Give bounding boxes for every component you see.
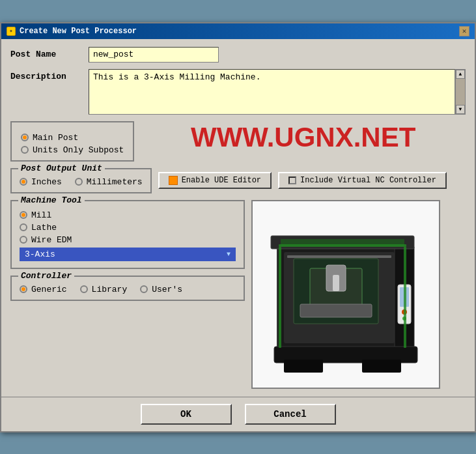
wire-edm-row[interactable]: Wire EDM (20, 235, 236, 245)
unit-options: Inches Millimeters (20, 175, 143, 187)
mill-radio[interactable] (20, 211, 27, 219)
generic-row[interactable]: Generic (20, 285, 67, 294)
inches-label: Inches (31, 177, 62, 187)
svg-rect-15 (284, 360, 323, 373)
users-row[interactable]: User's (140, 285, 182, 294)
post-type-group: Main Post Units Only Subpost (21, 130, 124, 155)
controller-options: Generic Library User's (20, 282, 236, 294)
description-wrapper: This is a 3-Axis Milling Machine. ▲ ▼ (89, 69, 466, 115)
machine-image-panel (251, 200, 440, 389)
scroll-track (456, 79, 465, 105)
window-body: Post Name Description This is a 3-Axis M… (1, 39, 475, 397)
title-bar: ✦ Create New Post Processor ✕ (1, 23, 475, 39)
users-label: User's (152, 285, 182, 294)
cancel-button[interactable]: Cancel (245, 404, 336, 425)
left-panel: Machine Tool Mill Lathe Wire EDM (10, 200, 245, 389)
top-area: Main Post Units Only Subpost WWW.UGNX.NE… (10, 121, 466, 162)
scroll-down-btn[interactable]: ▼ (456, 105, 465, 114)
main-window: ✦ Create New Post Processor ✕ Post Name … (0, 22, 476, 433)
axis-label: 3-Axis (25, 249, 55, 259)
main-post-row[interactable]: Main Post (21, 133, 124, 143)
library-row[interactable]: Library (80, 285, 128, 294)
post-name-label: Post Name (10, 47, 82, 59)
controller-title: Controller (18, 271, 74, 281)
wire-edm-radio[interactable] (20, 236, 27, 244)
cnc-machine-svg (258, 206, 434, 382)
window-icon: ✦ (7, 27, 16, 36)
library-label: Library (92, 285, 128, 294)
axis-selected-item[interactable]: 3-Axis ▼ (20, 248, 236, 261)
footer: OK Cancel (1, 397, 475, 431)
wire-edm-label: Wire EDM (31, 235, 72, 245)
ok-button[interactable]: OK (141, 404, 232, 425)
include-virtual-label: Include Virtual NC Controller (300, 176, 436, 185)
generic-label: Generic (31, 285, 67, 294)
svg-rect-16 (362, 360, 401, 373)
ude-icon (169, 176, 178, 185)
svg-rect-19 (279, 244, 406, 247)
users-radio[interactable] (140, 285, 148, 293)
mill-label: Mill (31, 210, 51, 220)
millimeters-radio[interactable] (75, 178, 83, 186)
description-row: Description This is a 3-Axis Milling Mac… (10, 69, 466, 115)
virtual-check-icon (288, 177, 296, 184)
library-radio[interactable] (80, 285, 88, 293)
millimeters-label: Millimeters (87, 177, 143, 187)
description-scrollbar[interactable]: ▲ ▼ (455, 69, 466, 115)
lathe-label: Lathe (31, 223, 57, 233)
post-output-unit-title: Post Output Unit (18, 163, 105, 173)
svg-rect-6 (300, 304, 372, 317)
millimeters-row[interactable]: Millimeters (75, 177, 143, 187)
close-button[interactable]: ✕ (459, 26, 469, 36)
output-unit-row: Post Output Unit Inches Millimeters Enab… (10, 168, 466, 193)
watermark-area: WWW.UGNX.NET (141, 121, 466, 154)
mill-row[interactable]: Mill (20, 210, 236, 220)
description-label: Description (10, 69, 82, 81)
post-output-unit-box: Post Output Unit Inches Millimeters (10, 168, 152, 193)
scroll-up-btn[interactable]: ▲ (456, 70, 465, 79)
enable-ude-label: Enable UDE Editor (182, 176, 261, 185)
main-content-area: Machine Tool Mill Lathe Wire EDM (10, 200, 466, 389)
lathe-radio[interactable] (20, 223, 27, 231)
controller-box: Controller Generic Library User's (10, 276, 245, 301)
units-only-label: Units Only Subpost (33, 145, 124, 155)
main-post-label: Main Post (33, 133, 78, 143)
post-name-input[interactable] (89, 47, 219, 63)
svg-rect-20 (287, 255, 391, 258)
enable-ude-button[interactable]: Enable UDE Editor (158, 172, 272, 189)
include-virtual-button[interactable]: Include Virtual NC Controller (278, 172, 447, 189)
svg-rect-5 (333, 275, 339, 291)
units-only-row[interactable]: Units Only Subpost (21, 145, 124, 155)
post-type-box: Main Post Units Only Subpost (10, 121, 134, 162)
post-name-row: Post Name (10, 47, 466, 63)
machine-tool-box: Machine Tool Mill Lathe Wire EDM (10, 200, 245, 269)
machine-tool-title: Machine Tool (18, 195, 85, 205)
svg-rect-17 (279, 247, 281, 348)
window-title: Create New Post Processor (20, 27, 137, 36)
main-post-radio[interactable] (21, 134, 29, 141)
machine-items: Mill Lathe Wire EDM 3-Axis ▼ (20, 210, 236, 261)
inches-radio[interactable] (20, 178, 27, 186)
description-input[interactable]: This is a 3-Axis Milling Machine. (89, 69, 455, 115)
lathe-row[interactable]: Lathe (20, 223, 236, 233)
dropdown-arrow-icon: ▼ (227, 251, 231, 258)
generic-radio[interactable] (20, 285, 27, 293)
svg-rect-18 (404, 247, 406, 348)
inches-row[interactable]: Inches (20, 177, 62, 187)
title-bar-left: ✦ Create New Post Processor (7, 27, 137, 36)
units-only-radio[interactable] (21, 146, 29, 154)
watermark-text: WWW.UGNX.NET (191, 122, 415, 153)
